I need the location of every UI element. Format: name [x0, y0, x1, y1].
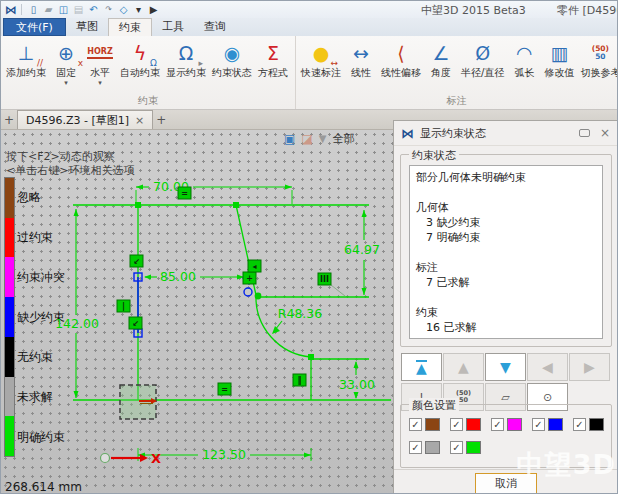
dimension-right[interactable]: 64.97: [344, 210, 380, 295]
panel-footer: 取消: [394, 469, 618, 494]
dimension-top[interactable]: 70.00: [136, 179, 292, 204]
selection-filter-icon[interactable]: ◇: [116, 4, 131, 15]
color-settings-row-2: ✓ ✓: [409, 441, 481, 454]
checkbox-unsolved[interactable]: ✓: [409, 441, 422, 454]
equation-button[interactable]: Σ 方程式: [256, 38, 290, 94]
chevron-down-icon[interactable]: ▾: [131, 4, 146, 15]
go-up-button[interactable]: ▲: [443, 353, 484, 381]
add-constraint-icon: ⊥ //: [12, 39, 40, 67]
go-down-button[interactable]: ▼: [485, 353, 526, 381]
tab-file[interactable]: 文件(F): [3, 18, 66, 36]
dimension-radius[interactable]: R48.36: [272, 285, 345, 334]
dimension-lower-right[interactable]: 33.00: [339, 361, 375, 399]
toggle-reference-icon: (50)50: [586, 39, 614, 67]
app-window: ⋈ ▯ ▰ ◫ ▤ ↶ ↷ ◇ ▾ ▶ 中望3D 2015 Beta3 零件 […: [0, 0, 618, 494]
separator: [21, 4, 22, 15]
go-right-button[interactable]: ▶: [569, 353, 610, 381]
modify-value-button[interactable]: ▥ 修改值: [542, 38, 576, 94]
auto-constrain-button[interactable]: ϟ Ω 自动约束: [118, 38, 162, 94]
dimension-left[interactable]: 142.00: [55, 209, 99, 398]
quick-dimension-button[interactable]: ● ↔ 快速标注: [299, 38, 343, 94]
svg-text:|: |: [122, 302, 125, 311]
show-constraints-icon: Ω ▸: [172, 39, 200, 67]
modify-value-icon: ▥: [545, 39, 573, 67]
app-logo-icon: ⋈: [5, 3, 17, 17]
svg-text:=: =: [181, 189, 188, 198]
origin-selection-box[interactable]: [120, 385, 157, 419]
horizontal-button[interactable]: HORZ 水平 ▾: [84, 38, 116, 94]
panel-header: ⋈ 显示约束状态 ×: [394, 121, 618, 146]
cancel-button[interactable]: 取消: [475, 473, 537, 494]
constraint-markers[interactable]: = ↙ ↙ | + ◂ III = ‖: [117, 187, 331, 395]
close-icon[interactable]: ×: [600, 126, 610, 140]
fix-button[interactable]: ⊕ x 固定 ▾: [50, 38, 82, 94]
toggle-reference-button[interactable]: (50)50 切换参考: [578, 38, 617, 94]
checkbox-conflict[interactable]: ✓: [491, 418, 504, 431]
checkbox-underconstrained[interactable]: ✓: [532, 418, 545, 431]
open-file-icon[interactable]: ▰: [41, 4, 56, 15]
checkbox-welldefined[interactable]: ✓: [450, 441, 463, 454]
new-tab-button[interactable]: +: [153, 111, 169, 129]
title-bar: ⋈ ▯ ▰ ◫ ▤ ↶ ↷ ◇ ▾ ▶ 中望3D 2015 Beta3 零件 […: [1, 1, 617, 18]
panel-title: 显示约束状态: [420, 126, 579, 141]
go-first-button[interactable]: ▲: [401, 353, 442, 381]
svg-text:↙: ↙: [133, 257, 140, 266]
redo-icon[interactable]: ↷: [101, 5, 116, 14]
free-point[interactable]: [244, 288, 252, 296]
checkbox-ignore[interactable]: ✓: [409, 418, 422, 431]
checkbox-unconstrained[interactable]: ✓: [573, 418, 586, 431]
window-title: 中望3D 2015 Beta3: [421, 3, 526, 18]
arc-length-icon: ◠: [510, 39, 538, 67]
tab-inquire[interactable]: 查询: [194, 18, 236, 36]
svg-text:33.00: 33.00: [339, 377, 375, 392]
svg-text:R48.36: R48.36: [278, 306, 323, 321]
radius-diameter-icon: Ø: [469, 39, 497, 67]
sketch-geometry: 70.00 64.97 85.00 142.00: [1, 130, 393, 494]
svg-text:↙: ↙: [132, 319, 139, 328]
status-coordinate-readout: 268.614 mm: [5, 480, 82, 494]
document-tab-active[interactable]: D4596.Z3 - [草图1] ×: [17, 110, 153, 129]
arc-length-button[interactable]: ◠ 弧长: [508, 38, 540, 94]
color-swatch-overconstrained: [466, 418, 481, 431]
tab-scroll-button[interactable]: +: [1, 111, 17, 129]
constraint-status-icon: ◉: [218, 39, 246, 67]
groupbox-label: 约束状态: [409, 148, 459, 163]
svg-text:III: III: [320, 275, 329, 284]
fix-icon: ⊕ x: [52, 39, 80, 67]
angle-dimension-button[interactable]: ∠ 角度: [425, 38, 457, 94]
color-swatch-unsolved: [425, 441, 440, 454]
chevron-down-icon[interactable]: ▾: [98, 79, 102, 87]
print-icon[interactable]: ▤: [71, 4, 86, 15]
quick-dimension-icon: ● ↔: [307, 39, 335, 67]
resume-icon[interactable]: ▶: [146, 4, 161, 15]
tab-constraint[interactable]: 约束: [108, 18, 152, 36]
constraint-status-button[interactable]: ◉ 约束状态: [210, 38, 254, 94]
constraint-status-panel: ⋈ 显示约束状态 × 约束状态 部分几何体未明确约束 几何体 3 缺少约束 7 …: [393, 120, 618, 494]
show-constraints-button[interactable]: Ω ▸ 显示约束: [164, 38, 208, 94]
add-constraint-button[interactable]: ⊥ // 添加约束: [4, 38, 48, 94]
checkbox-overconstrained[interactable]: ✓: [450, 418, 463, 431]
save-icon[interactable]: ◫: [56, 4, 71, 15]
undo-icon[interactable]: ↶: [86, 4, 101, 15]
sketch-canvas[interactable]: 按下<F2>动态的观察 <单击右键>环境相关选项 ▣ ◪ ▼ 全部 忽略 过约束…: [1, 130, 393, 494]
chevron-down-icon[interactable]: ▾: [64, 79, 68, 87]
color-settings-groupbox: 颜色设置 ✓ ✓ ✓ ✓ ✓ ✓ ✓: [400, 404, 612, 468]
constraint-status-groupbox: 约束状态 部分几何体未明确约束 几何体 3 缺少约束 7 明确约束 标注 7 已…: [400, 154, 612, 347]
tab-tools[interactable]: 工具: [152, 18, 194, 36]
linear-offset-button[interactable]: ⟨ 线性偏移: [379, 38, 423, 94]
dimension-middle[interactable]: 85.00: [144, 269, 244, 284]
comment-icon[interactable]: [579, 129, 590, 137]
go-left-button[interactable]: ◀: [527, 353, 568, 381]
angle-dimension-icon: ∠: [427, 39, 455, 67]
dimension-bottom[interactable]: 123.50: [138, 447, 311, 462]
radius-diameter-button[interactable]: Ø 半径/直径: [459, 38, 506, 94]
x-axis-label: X: [151, 451, 161, 466]
svg-text:123.50: 123.50: [202, 447, 246, 462]
document-title: 零件 [D4596], 草图 -: [557, 3, 618, 18]
tab-sketch[interactable]: 草图: [66, 18, 108, 36]
constraint-status-report: 部分几何体未明确约束 几何体 3 缺少约束 7 明确约束 标注 7 已求解 约束…: [409, 165, 603, 339]
linear-dimension-button[interactable]: ↔ 线性: [345, 38, 377, 94]
new-file-icon[interactable]: ▯: [26, 4, 41, 15]
fillet-arc[interactable]: [256, 295, 311, 357]
close-icon[interactable]: ×: [135, 114, 144, 127]
